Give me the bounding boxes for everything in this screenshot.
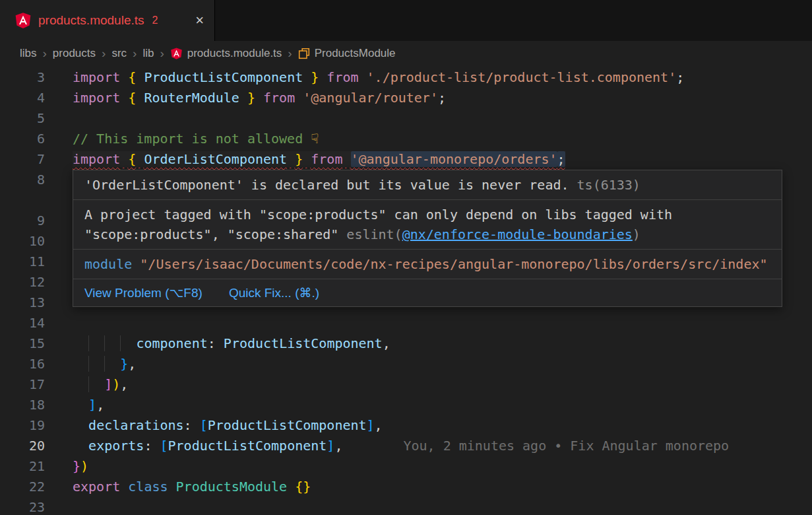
angular-file-icon [170, 47, 183, 60]
code-token: [ [200, 417, 208, 433]
code-token: ; [557, 151, 565, 167]
line-number: 13 [0, 292, 45, 313]
code-line-21[interactable]: 21}) [0, 456, 812, 477]
code-token: ) [80, 458, 88, 474]
breadcrumb-item-src[interactable]: src [111, 47, 127, 60]
code-line-14[interactable]: 14 [0, 313, 812, 333]
code-token [216, 335, 224, 351]
code-line-19[interactable]: 19 declarations: [ProductListComponent], [0, 415, 812, 436]
git-blame-annotation: You, 2 minutes ago • Fix Angular monorep… [403, 438, 729, 454]
code-token [136, 69, 144, 85]
code-token [192, 417, 200, 433]
line-number: 8 [0, 170, 45, 211]
code-line-3[interactable]: 3import { ProductListComponent } from '.… [0, 67, 812, 88]
code-text: import { ProductListComponent } from './… [73, 67, 684, 88]
code-token: : [208, 335, 216, 351]
code-token [342, 151, 350, 167]
code-line-17[interactable]: 17 ]), [0, 374, 812, 395]
code-line-6[interactable]: 6// This import is not allowed ☟ [0, 129, 812, 149]
code-token [120, 335, 136, 351]
code-token [73, 397, 88, 413]
breadcrumb-item-symbol[interactable]: ProductsModule [298, 47, 396, 60]
quick-fix-action[interactable]: Quick Fix... (⌘.) [229, 285, 319, 300]
code-token: '@angular-monorepo/orders' [351, 151, 557, 167]
code-token: component [136, 335, 207, 351]
code-token [359, 69, 367, 85]
code-token: ProductsModule [176, 479, 288, 495]
code-token [73, 438, 88, 454]
code-token: ] [367, 417, 375, 433]
line-number: 10 [0, 231, 45, 252]
module-keyword: module [84, 256, 132, 272]
code-token: exports [88, 438, 144, 454]
tab-products-module[interactable]: products.module.ts 2 × [0, 0, 215, 41]
view-problem-action[interactable]: View Problem (⌥F8) [84, 285, 203, 300]
code-line-5[interactable]: 5 [0, 108, 812, 129]
code-token: ; [676, 69, 684, 85]
code-token: ] [88, 397, 96, 413]
code-line-15[interactable]: 15 component: ProductListComponent, [0, 333, 812, 354]
code-token [104, 335, 120, 351]
breadcrumb-symbol-label: ProductsModule [315, 47, 396, 60]
code-text: export class ProductsModule {} [73, 477, 311, 497]
code-token: ) [112, 376, 120, 392]
tab-bar: products.module.ts 2 × [0, 0, 812, 41]
code-token: RouterModule [144, 90, 239, 106]
code-token [120, 151, 128, 167]
code-token [73, 376, 88, 392]
code-token: // This import is not allowed [73, 131, 311, 147]
code-line-18[interactable]: 18 ], [0, 395, 812, 415]
code-line-22[interactable]: 22export class ProductsModule {} [0, 477, 812, 497]
code-text: ]), [73, 374, 128, 395]
code-token: , [128, 356, 136, 372]
code-token: ☟ [311, 131, 319, 147]
code-line-20[interactable]: 20 exports: [ProductListComponent],You, … [0, 436, 812, 456]
code-text: // This import is not allowed ☟ [73, 129, 319, 149]
code-line-16[interactable]: 16 }, [0, 354, 812, 374]
code-token [73, 356, 88, 372]
code-token [73, 417, 88, 433]
ts-diagnostic-source: ts(6133) [577, 177, 640, 193]
code-text: exports: [ProductListComponent],You, 2 m… [73, 436, 729, 456]
code-line-7[interactable]: 7import { OrderListComponent } from '@an… [0, 149, 812, 170]
code-token: ProductListComponent [208, 417, 367, 433]
line-number: 18 [0, 395, 45, 415]
problems-count-badge: 2 [152, 15, 158, 26]
code-token [136, 151, 144, 167]
code-token: } [295, 151, 303, 167]
line-number: 12 [0, 272, 45, 292]
code-token: } [73, 458, 80, 474]
eslint-rule-link[interactable]: @nx/enforce-module-boundaries [402, 226, 633, 242]
code-token: declarations [88, 417, 184, 433]
breadcrumb-item-file[interactable]: products.module.ts [170, 47, 282, 60]
code-token: ] [327, 438, 334, 454]
code-token: } [120, 356, 128, 372]
breadcrumb-item-libs[interactable]: libs [20, 47, 37, 60]
class-symbol-icon [298, 48, 310, 59]
code-token: ; [438, 90, 446, 106]
code-token: { [128, 69, 136, 85]
chevron-right-icon: › [133, 46, 137, 61]
ts-diagnostic-message: 'OrderListComponent' is declared but its… [84, 177, 569, 193]
angular-file-icon [15, 11, 32, 30]
code-token [73, 335, 88, 351]
code-token: class [128, 479, 168, 495]
code-token [152, 438, 160, 454]
code-line-23[interactable]: 23 [0, 497, 812, 515]
line-number: 9 [0, 211, 45, 231]
code-token: from [327, 69, 358, 85]
hover-module-info: module "/Users/isaac/Documents/code/nx-r… [73, 250, 782, 279]
code-text: declarations: [ProductListComponent], [73, 415, 383, 436]
breadcrumb-item-products[interactable]: products [53, 47, 96, 60]
code-token [120, 90, 128, 106]
code-text: import { RouterModule } from '@angular/r… [73, 88, 446, 108]
line-number: 4 [0, 88, 45, 108]
chevron-right-icon: › [43, 46, 47, 61]
code-token: : [184, 417, 192, 433]
close-icon[interactable]: × [195, 13, 204, 28]
breadcrumb: libs › products › src › lib › products.m… [0, 41, 812, 66]
breadcrumb-item-lib[interactable]: lib [142, 47, 154, 60]
code-line-4[interactable]: 4import { RouterModule } from '@angular/… [0, 88, 812, 108]
code-token: } [303, 479, 311, 495]
code-token: from [263, 90, 295, 106]
